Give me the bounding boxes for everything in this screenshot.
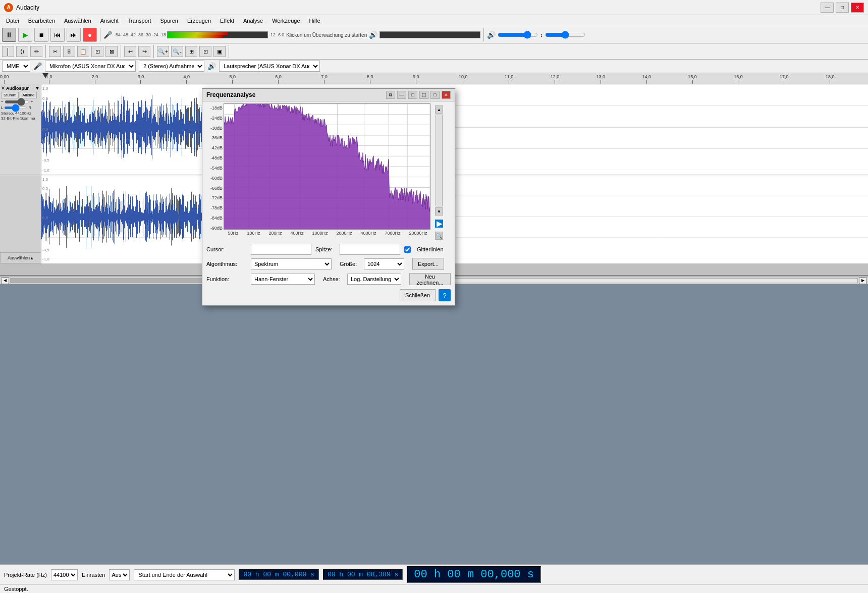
trim-button[interactable]: ⊡ <box>91 46 103 57</box>
dialog-btn-3[interactable]: □ <box>408 91 417 99</box>
chart-canvas-area: 50Hz 100Hz 200Hz 400Hz 1000Hz 2000Hz 400… <box>224 103 431 240</box>
menu-bar: DateiBearbeitenAuswählenAnsichtTransport… <box>0 15 868 26</box>
funktion-select[interactable]: Hann-Fenster <box>251 274 315 285</box>
zoom-out-button[interactable]: 🔍- <box>171 46 183 57</box>
algorithmus-label: Algorithmus: <box>206 261 247 267</box>
freq-zoom-in-button[interactable]: ▶ <box>435 220 443 228</box>
vol-plus: + <box>31 99 33 104</box>
select-button[interactable]: Auswählen ▲ <box>0 252 41 263</box>
zoom-sep <box>229 45 229 58</box>
spitze-label: Spitze: <box>315 246 336 252</box>
cursor-row: Cursor: Spitze: Gitterlinien <box>206 244 451 255</box>
menu-item-transport[interactable]: Transport <box>124 17 155 25</box>
title-bar: A Audacity — □ ✕ <box>0 0 868 15</box>
close-dialog-button[interactable]: Schließen <box>400 289 436 301</box>
playback-speed-slider[interactable] <box>545 32 585 38</box>
status-bar: Gestoppt. <box>0 585 868 593</box>
track-1-menu[interactable]: ▼ <box>35 85 40 91</box>
ruler-mark-8: 8,0 <box>367 74 373 84</box>
output-vu-meter[interactable] <box>379 31 480 38</box>
menu-item-bearbeiten[interactable]: Bearbeiten <box>24 17 59 25</box>
groesse-label: Größe: <box>340 261 360 267</box>
skip-end-button[interactable]: ⏭ <box>67 28 81 42</box>
paste-button[interactable]: 📋 <box>77 46 89 57</box>
snap-select[interactable]: Aus <box>109 569 130 580</box>
dialog-btn-5[interactable]: □ <box>430 91 440 99</box>
frequency-analysis-dialog: Frequenzanalyse ⧉ — □ ⬚ □ ✕ -18dB -24dB … <box>202 88 455 306</box>
zoom-in-button[interactable]: 🔍+ <box>157 46 169 57</box>
input-vu-meter[interactable]: -54 -48 -42 -36 -30 -24 -18 -12 -6 0 <box>114 31 284 38</box>
groesse-select[interactable]: 1024 <box>364 258 404 269</box>
speaker-device-icon: 🔊 <box>207 62 216 70</box>
mic-click-hint: Klicken um Überwachung zu starten <box>286 32 367 38</box>
track-1-info: Stereo, 44100Hz 32-Bit-Fließkomma <box>1 111 40 122</box>
menu-item-auswählen[interactable]: Auswählen <box>60 17 95 25</box>
export-button[interactable]: Export... <box>412 258 444 270</box>
help-button[interactable]: ? <box>439 289 451 301</box>
algorithmus-select[interactable]: Spektrum <box>251 258 332 269</box>
close-button[interactable]: ✕ <box>851 3 864 13</box>
track-1-pan[interactable] <box>4 106 27 109</box>
zoom-sel-button[interactable]: ⊞ <box>185 46 197 57</box>
stop-button[interactable]: ■ <box>34 28 48 42</box>
time-ruler: 0,001,02,03,04,05,06,07,08,09,010,011,01… <box>0 73 868 84</box>
freq-zoom-out-button[interactable]: 🔍 <box>435 232 443 240</box>
mic-device-select[interactable]: Mikrofon (ASUS Xonar DX Audio D <box>45 61 136 72</box>
channels-select[interactable]: 2 (Stereo) Aufnahmek <box>139 61 204 72</box>
envelope-tool-button[interactable]: ⟨⟩ <box>16 46 28 57</box>
title-bar-controls: — □ ✕ <box>821 3 864 13</box>
freq-chart-wrapper: -18dB -24dB -30dB -36dB -42dB -48dB -54d… <box>204 103 431 240</box>
silence-button[interactable]: ⊠ <box>105 46 118 57</box>
speaker-device-select[interactable]: Lautsprecher (ASUS Xonar DX Aud <box>219 61 320 72</box>
playback-volume-slider[interactable] <box>498 32 538 38</box>
track-1-volume[interactable] <box>5 100 30 103</box>
menu-item-erzeugen[interactable]: Erzeugen <box>183 17 215 25</box>
select-tool-button[interactable]: │ <box>2 46 14 57</box>
track2-db-05: 0,5 <box>42 186 48 191</box>
copy-button[interactable]: ⎘ <box>63 46 75 57</box>
gitterlinien-checkbox[interactable] <box>404 246 411 253</box>
dialog-btn-1[interactable]: ⧉ <box>386 91 395 99</box>
dialog-btn-2[interactable]: — <box>397 91 406 99</box>
dialog-btn-4[interactable]: ⬚ <box>419 91 428 99</box>
skip-start-button[interactable]: ⏮ <box>50 28 65 42</box>
minimize-button[interactable]: — <box>821 3 834 13</box>
dialog-bottom-row: Schließen ? <box>202 287 455 305</box>
toolbar-separator-1 <box>100 28 100 41</box>
record-button[interactable]: ● <box>83 28 97 42</box>
track-1-close[interactable]: ✕ <box>1 85 5 91</box>
undo-button[interactable]: ↩ <box>124 46 136 57</box>
restore-button[interactable]: □ <box>836 3 849 13</box>
menu-item-ansicht[interactable]: Ansicht <box>96 17 123 25</box>
chart-sidebar: ▲ ▼ ▶ 🔍 <box>433 103 445 240</box>
menu-item-werkzeuge[interactable]: Werkzeuge <box>268 17 304 25</box>
menu-item-hilfe[interactable]: Hilfe <box>305 17 324 25</box>
ruler-mark-9: 9,0 <box>413 74 419 84</box>
scroll-right-button[interactable]: ▶ <box>859 277 867 284</box>
host-select[interactable]: MME <box>2 61 30 72</box>
chart-scroll-down[interactable]: ▼ <box>435 207 443 215</box>
scroll-left-button[interactable]: ◀ <box>1 277 9 284</box>
zoom-proj-button[interactable]: ▣ <box>213 46 226 57</box>
pause-button[interactable]: ⏸ <box>2 28 16 42</box>
zoom-fit-button[interactable]: ⊡ <box>199 46 211 57</box>
cursor-input[interactable] <box>251 244 311 255</box>
cut-button[interactable]: ✂ <box>49 46 61 57</box>
redo-button[interactable]: ↪ <box>138 46 150 57</box>
chart-scroll-track[interactable] <box>436 115 443 206</box>
snap-label: Einrasten <box>82 572 105 578</box>
selection-mode-select[interactable]: Start und Ende der Auswahl <box>134 569 235 580</box>
ruler-mark-13: 13,0 <box>596 74 606 84</box>
achse-select[interactable]: Log. Darstellung <box>347 274 401 285</box>
menu-item-analyse[interactable]: Analyse <box>239 17 267 25</box>
spitze-input[interactable] <box>340 244 400 255</box>
menu-item-spuren[interactable]: Spuren <box>156 17 182 25</box>
proj-rate-select[interactable]: 44100 <box>51 569 78 580</box>
menu-item-effekt[interactable]: Effekt <box>216 17 238 25</box>
redraw-button[interactable]: Neu zeichnen... <box>409 273 451 285</box>
play-button[interactable]: ▶ <box>18 28 32 42</box>
chart-scroll-up[interactable]: ▲ <box>435 105 443 114</box>
menu-item-datei[interactable]: Datei <box>2 17 23 25</box>
draw-tool-button[interactable]: ✏ <box>30 46 42 57</box>
dialog-close-button[interactable]: ✕ <box>442 91 451 99</box>
